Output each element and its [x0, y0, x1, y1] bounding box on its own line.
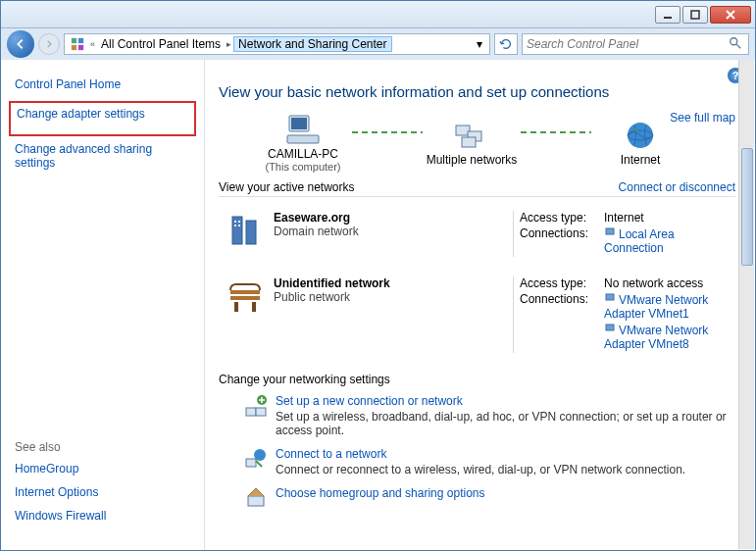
svg-rect-17	[234, 221, 236, 223]
connection-line	[352, 131, 423, 133]
connections-key: Connections:	[520, 292, 604, 321]
setup-connection-link[interactable]: Set up a new connection or network	[276, 394, 735, 408]
connection-link-vmnet1[interactable]: VMware Network Adapter VMnet1	[604, 292, 735, 321]
svg-rect-19	[234, 225, 236, 226]
access-type-value: Internet	[604, 211, 735, 225]
see-also-label: See also	[15, 440, 106, 454]
scrollbar[interactable]	[738, 60, 754, 549]
breadcrumb-prev[interactable]: All Control Panel Items	[97, 37, 225, 51]
svg-point-32	[254, 449, 266, 461]
window-frame: « All Control Panel Items ▸ Network and …	[0, 0, 756, 551]
svg-rect-31	[246, 459, 256, 467]
adapter-icon	[604, 292, 616, 304]
search-icon[interactable]	[729, 36, 744, 52]
scrollbar-thumb[interactable]	[741, 148, 753, 266]
network-type: Public network	[274, 290, 507, 304]
address-row: « All Control Panel Items ▸ Network and …	[1, 28, 755, 60]
svg-rect-2	[72, 38, 76, 43]
svg-rect-20	[238, 225, 240, 226]
svg-point-6	[731, 38, 737, 45]
control-panel-home-link[interactable]: Control Panel Home	[15, 77, 190, 91]
search-input[interactable]	[527, 37, 729, 51]
connection-link[interactable]: Local Area Connection	[604, 226, 735, 255]
address-bar[interactable]: « All Control Panel Items ▸ Network and …	[64, 33, 490, 55]
titlebar	[1, 1, 755, 28]
highlight-box: Change adapter settings	[9, 101, 196, 136]
adapter-icon	[604, 226, 616, 238]
connections-key: Connections:	[520, 226, 604, 255]
network-node-multi[interactable]: Multiple networks	[423, 120, 521, 167]
network-item-domain: Easeware.org Domain network Access type:…	[219, 201, 735, 267]
svg-rect-0	[664, 17, 672, 19]
pc-sub-label: (This computer)	[265, 161, 340, 173]
public-network-icon	[219, 276, 274, 353]
content-area: Control Panel Home Change adapter settin…	[1, 60, 755, 550]
close-button[interactable]	[710, 6, 751, 24]
svg-rect-3	[78, 38, 83, 43]
connection-line	[521, 131, 591, 133]
network-item-unidentified: Unidentified network Public network Acce…	[219, 267, 735, 363]
sidebar: Control Panel Home Change adapter settin…	[1, 60, 205, 550]
svg-rect-21	[606, 228, 614, 234]
breadcrumb-current[interactable]: Network and Sharing Center	[233, 36, 391, 52]
svg-rect-26	[606, 294, 614, 300]
computer-icon	[285, 114, 321, 145]
address-dropdown-icon[interactable]: ▾	[472, 37, 487, 51]
adapter-icon	[604, 323, 616, 334]
network-node-pc[interactable]: CAMILLA-PC (This computer)	[254, 114, 352, 173]
task-connect-network: Connect to a network Connect or reconnec…	[219, 447, 735, 476]
network-type: Domain network	[274, 225, 507, 238]
control-panel-icon	[70, 36, 85, 52]
access-type-value: No network access	[604, 276, 735, 290]
svg-rect-24	[234, 302, 238, 312]
homegroup-icon	[244, 486, 276, 510]
see-also-section: See also HomeGroup Internet Options Wind…	[15, 440, 106, 532]
setup-connection-icon	[244, 394, 276, 437]
svg-rect-5	[78, 45, 83, 50]
domain-network-icon	[219, 211, 274, 257]
change-adapter-settings-link[interactable]: Change adapter settings	[17, 107, 188, 121]
connection-link-vmnet8[interactable]: VMware Network Adapter VMnet8	[604, 323, 735, 351]
multi-networks-label: Multiple networks	[427, 153, 518, 167]
active-head-label: View your active networks	[219, 180, 355, 194]
svg-rect-12	[462, 137, 476, 147]
connect-network-desc: Connect or reconnect to a wireless, wire…	[276, 463, 735, 476]
minimize-button[interactable]	[655, 6, 680, 24]
homegroup-sharing-link[interactable]: Choose homegroup and sharing options	[276, 486, 735, 500]
divider	[513, 276, 514, 353]
connect-network-icon	[244, 447, 276, 476]
chevron-icon: «	[88, 39, 97, 49]
access-type-key: Access type:	[520, 276, 604, 290]
network-name: Easeware.org	[274, 211, 507, 225]
refresh-button[interactable]	[494, 33, 518, 55]
setup-connection-desc: Set up a wireless, broadband, dial-up, a…	[276, 410, 735, 437]
maximize-button[interactable]	[682, 6, 708, 24]
svg-rect-1	[691, 11, 699, 19]
connect-network-link[interactable]: Connect to a network	[276, 447, 735, 461]
svg-rect-9	[287, 135, 319, 143]
svg-rect-8	[291, 118, 307, 129]
change-advanced-sharing-link[interactable]: Change advanced sharing settings	[15, 142, 190, 170]
network-node-internet[interactable]: Internet	[591, 120, 689, 167]
pc-name-label: CAMILLA-PC	[268, 147, 338, 161]
task-setup-connection: Set up a new connection or network Set u…	[219, 394, 735, 437]
windows-firewall-link[interactable]: Windows Firewall	[15, 509, 106, 523]
svg-rect-29	[256, 408, 266, 416]
nav-forward-button[interactable]	[38, 33, 60, 55]
main-panel: ? View your basic network information an…	[205, 60, 755, 550]
task-homegroup-sharing: Choose homegroup and sharing options	[219, 486, 735, 510]
network-icon	[454, 120, 489, 151]
homegroup-link[interactable]: HomeGroup	[15, 462, 106, 476]
search-box[interactable]	[522, 33, 749, 55]
svg-rect-22	[230, 290, 260, 294]
nav-back-button[interactable]	[7, 30, 34, 58]
internet-options-link[interactable]: Internet Options	[15, 485, 106, 499]
svg-rect-28	[246, 408, 256, 416]
svg-rect-27	[606, 325, 614, 330]
svg-rect-33	[248, 496, 264, 506]
svg-rect-4	[72, 45, 76, 50]
see-full-map-link[interactable]: See full map	[670, 111, 735, 125]
globe-icon	[625, 120, 656, 151]
connect-disconnect-link[interactable]: Connect or disconnect	[619, 180, 735, 194]
networking-settings-header: Change your networking settings	[219, 373, 735, 386]
